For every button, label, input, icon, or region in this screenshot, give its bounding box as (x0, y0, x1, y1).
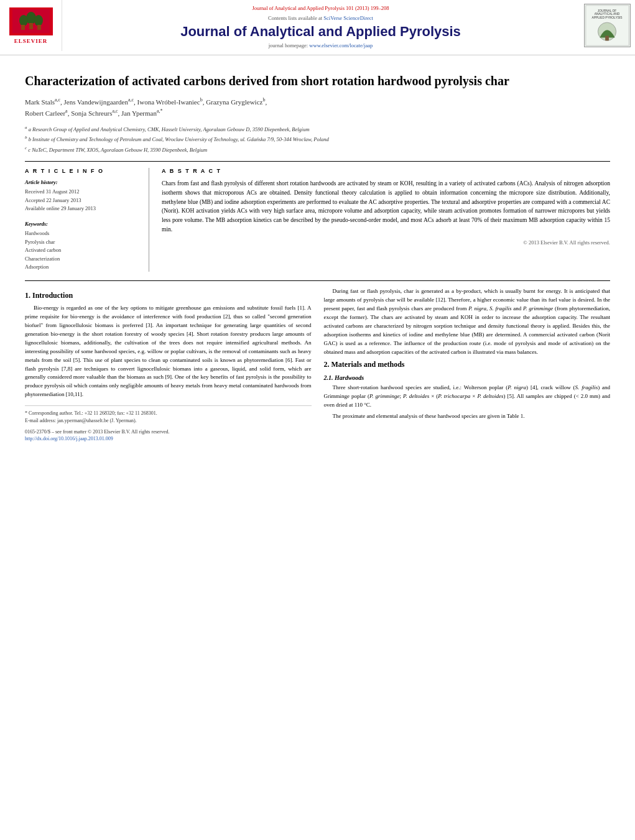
accepted-date: Accepted 22 January 2013 (25, 196, 140, 205)
section2-1-heading: 2.1. Hardwoods (324, 374, 611, 381)
page: ELSEVIER Journal of Analytical and Appli… (0, 0, 635, 840)
elsevier-logo: ELSEVIER (0, 0, 62, 51)
keyword-adsorption: Adsorption (25, 263, 140, 272)
abstract-heading: A B S T R A C T (162, 168, 610, 174)
section1-right-para: During fast or flash pyrolysis, char is … (324, 287, 611, 357)
issn-line: 0165-2370/$ – see front matter © 2013 El… (25, 428, 312, 436)
elsevier-text: ELSEVIER (14, 38, 48, 44)
affil-b-text: b Institute of Chemistry and Technology … (29, 136, 329, 142)
contents-available: Contents lists available at SciVerse Sci… (68, 15, 573, 21)
footnote-email: E-mail address: jan.yperman@uhasselt.be … (25, 417, 312, 425)
keyword-hardwoods: Hardwoods (25, 229, 140, 238)
journal-cover-image: JOURNAL OF ANALYTICAL AND APPLIED PYROLY… (584, 4, 631, 47)
affil-a-text: a Research Group of Applied and Analytic… (29, 126, 310, 132)
body-left-column: 1. Introduction Bio-energy is regarded a… (25, 287, 312, 441)
affil-c: c c NuTeC, Department TIW, XIOS, Agorala… (25, 145, 610, 154)
footnote-section: * Corresponding author. Tel.: +32 11 268… (25, 405, 312, 425)
elsevier-tree-icon (12, 9, 50, 33)
section2-1-para1: Three short-rotation hardwood species ar… (324, 384, 611, 410)
content-area: Characterization of activated carbons de… (0, 55, 635, 454)
article-info-abstract: A R T I C L E I N F O Article history: R… (25, 161, 610, 272)
abstract-column: A B S T R A C T Chars from fast and flas… (162, 168, 610, 272)
affil-c-text: c NuTeC, Department TIW, XIOS, Agoralaan… (28, 146, 207, 152)
journal-name: Journal of Analytical and Applied Pyroly… (68, 24, 573, 40)
journal-right-logo-container: JOURNAL OF ANALYTICAL AND APPLIED PYROLY… (579, 0, 635, 51)
abstract-text: Chars from fast and flash pyrolysis of d… (162, 179, 610, 234)
section2-1-para2: The proximate and elemental analysis of … (324, 412, 611, 421)
contents-label: Contents lists available at (268, 15, 322, 21)
body-right-column: During fast or flash pyrolysis, char is … (324, 287, 611, 441)
article-title: Characterization of activated carbons de… (25, 73, 610, 89)
history-label: Article history: (25, 179, 140, 185)
footnote-corresponding: * Corresponding author. Tel.: +32 11 268… (25, 410, 312, 417)
issn-doi-block: 0165-2370/$ – see front matter © 2013 El… (25, 428, 312, 441)
body-content: 1. Introduction Bio-energy is regarded a… (25, 280, 610, 441)
journal-cover-svg: JOURNAL OF ANALYTICAL AND APPLIED PYROLY… (585, 4, 630, 47)
section1-para1: Bio-energy is regarded as one of the key… (25, 304, 312, 399)
svg-point-2 (19, 15, 28, 26)
affil-a: a a Research Group of Applied and Analyt… (25, 124, 610, 134)
journal-top-line: Journal of Analytical and Applied Pyroly… (68, 5, 573, 11)
available-date: Available online 29 January 2013 (25, 205, 140, 213)
svg-text:JOURNAL OF: JOURNAL OF (597, 9, 616, 12)
article-info-column: A R T I C L E I N F O Article history: R… (25, 168, 149, 272)
svg-text:ANALYTICAL AND: ANALYTICAL AND (594, 12, 619, 16)
svg-point-3 (34, 15, 43, 26)
journal-citation: Journal of Analytical and Applied Pyroly… (252, 5, 389, 11)
keywords-label: Keywords: (25, 221, 140, 227)
section1-heading: 1. Introduction (25, 291, 312, 300)
journal-center: Journal of Analytical and Applied Pyroly… (62, 0, 579, 51)
journal-homepage: journal homepage: www.elsevier.com/locat… (68, 42, 573, 48)
section2-heading: 2. Materials and methods (324, 360, 611, 369)
svg-rect-5 (21, 25, 25, 30)
svg-text:APPLIED PYROLYSIS: APPLIED PYROLYSIS (591, 16, 623, 19)
svg-rect-4 (29, 23, 33, 29)
homepage-label: journal homepage: (269, 42, 308, 48)
svg-rect-6 (37, 25, 41, 30)
copyright: © 2013 Elsevier B.V. All rights reserved… (162, 239, 610, 246)
keyword-pyrolysis: Pyrolysis char (25, 238, 140, 247)
sciverse-link[interactable]: SciVerse ScienceDirect (323, 15, 373, 21)
svg-rect-13 (605, 36, 609, 41)
journal-header: ELSEVIER Journal of Analytical and Appli… (0, 0, 635, 55)
doi-link[interactable]: http://dx.doi.org/10.1016/j.jaap.2013.01… (25, 436, 312, 441)
homepage-url[interactable]: www.elsevier.com/locate/jaap (309, 42, 373, 48)
received-date: Received 31 August 2012 (25, 188, 140, 196)
elsevier-logo-image (9, 7, 53, 35)
affil-b: b b Institute of Chemistry and Technolog… (25, 134, 610, 144)
authors-line: Mark Stalsa,c, Jens Vandewijngaardena,c,… (25, 96, 610, 119)
keyword-characterization: Characterization (25, 255, 140, 264)
keyword-activated-carbon: Activated carbon (25, 246, 140, 255)
article-info-heading: A R T I C L E I N F O (25, 168, 140, 174)
affiliations: a a Research Group of Applied and Analyt… (25, 124, 610, 154)
